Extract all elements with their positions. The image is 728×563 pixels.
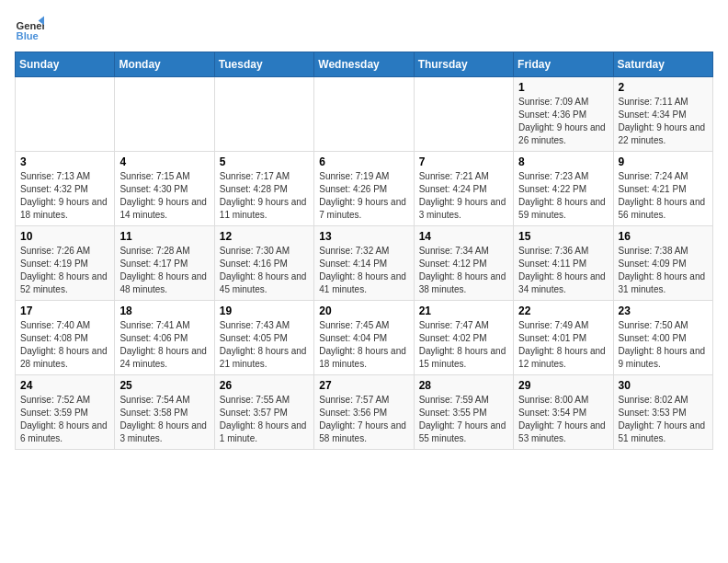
day-number: 11 <box>119 230 209 243</box>
day-info: Sunrise: 7:13 AM Sunset: 4:32 PM Dayligh… <box>20 170 109 222</box>
day-info: Sunrise: 7:15 AM Sunset: 4:30 PM Dayligh… <box>119 170 209 222</box>
calendar-cell: 1Sunrise: 7:09 AM Sunset: 4:36 PM Daylig… <box>514 77 613 152</box>
calendar-cell: 5Sunrise: 7:17 AM Sunset: 4:28 PM Daylig… <box>214 152 313 226</box>
header-friday: Friday <box>514 52 613 77</box>
day-info: Sunrise: 7:52 AM Sunset: 3:59 PM Dayligh… <box>20 394 109 445</box>
calendar-cell: 2Sunrise: 7:11 AM Sunset: 4:34 PM Daylig… <box>613 77 712 152</box>
day-number: 7 <box>419 155 508 168</box>
day-number: 14 <box>419 230 508 243</box>
day-number: 1 <box>518 81 608 94</box>
calendar-cell: 13Sunrise: 7:32 AM Sunset: 4:14 PM Dayli… <box>314 226 414 301</box>
day-info: Sunrise: 7:47 AM Sunset: 4:02 PM Dayligh… <box>419 319 508 371</box>
day-number: 18 <box>119 304 209 317</box>
day-number: 17 <box>20 304 109 317</box>
calendar-cell: 12Sunrise: 7:30 AM Sunset: 4:16 PM Dayli… <box>214 226 313 301</box>
calendar-cell: 15Sunrise: 7:36 AM Sunset: 4:11 PM Dayli… <box>514 226 613 301</box>
calendar-cell: 22Sunrise: 7:49 AM Sunset: 4:01 PM Dayli… <box>514 301 613 375</box>
day-number: 16 <box>619 230 708 243</box>
calendar-cell: 24Sunrise: 7:52 AM Sunset: 3:59 PM Dayli… <box>16 375 115 450</box>
day-info: Sunrise: 7:34 AM Sunset: 4:12 PM Dayligh… <box>419 245 508 296</box>
calendar-cell: 7Sunrise: 7:21 AM Sunset: 4:24 PM Daylig… <box>414 152 513 226</box>
calendar-cell: 10Sunrise: 7:26 AM Sunset: 4:19 PM Dayli… <box>16 226 115 301</box>
calendar-cell: 9Sunrise: 7:24 AM Sunset: 4:21 PM Daylig… <box>613 152 712 226</box>
calendar-cell: 6Sunrise: 7:19 AM Sunset: 4:26 PM Daylig… <box>314 152 414 226</box>
day-number: 25 <box>119 379 209 392</box>
calendar-cell: 19Sunrise: 7:43 AM Sunset: 4:05 PM Dayli… <box>214 301 313 375</box>
day-info: Sunrise: 7:36 AM Sunset: 4:11 PM Dayligh… <box>518 245 608 296</box>
day-number: 24 <box>20 379 109 392</box>
day-number: 29 <box>518 379 608 392</box>
day-number: 21 <box>419 304 508 317</box>
day-number: 13 <box>319 230 408 243</box>
calendar-cell: 23Sunrise: 7:50 AM Sunset: 4:00 PM Dayli… <box>613 301 712 375</box>
day-info: Sunrise: 7:24 AM Sunset: 4:21 PM Dayligh… <box>619 170 708 222</box>
day-info: Sunrise: 7:41 AM Sunset: 4:06 PM Dayligh… <box>119 319 209 371</box>
day-number: 2 <box>619 81 708 94</box>
calendar-cell: 29Sunrise: 8:00 AM Sunset: 3:54 PM Dayli… <box>514 375 613 450</box>
day-number: 28 <box>419 379 508 392</box>
week-row-3: 10Sunrise: 7:26 AM Sunset: 4:19 PM Dayli… <box>16 226 713 301</box>
calendar-cell: 17Sunrise: 7:40 AM Sunset: 4:08 PM Dayli… <box>16 301 115 375</box>
day-number: 9 <box>619 155 708 168</box>
day-info: Sunrise: 7:17 AM Sunset: 4:28 PM Dayligh… <box>220 170 309 222</box>
logo: General Blue <box>15 15 50 44</box>
day-info: Sunrise: 7:55 AM Sunset: 3:57 PM Dayligh… <box>220 394 309 445</box>
svg-text:Blue: Blue <box>17 30 39 41</box>
svg-text:General: General <box>17 20 44 31</box>
day-info: Sunrise: 7:43 AM Sunset: 4:05 PM Dayligh… <box>220 319 309 371</box>
calendar-cell: 21Sunrise: 7:47 AM Sunset: 4:02 PM Dayli… <box>414 301 513 375</box>
day-number: 27 <box>319 379 408 392</box>
calendar-cell: 26Sunrise: 7:55 AM Sunset: 3:57 PM Dayli… <box>214 375 313 450</box>
day-info: Sunrise: 8:02 AM Sunset: 3:53 PM Dayligh… <box>619 394 708 445</box>
week-row-4: 17Sunrise: 7:40 AM Sunset: 4:08 PM Dayli… <box>16 301 713 375</box>
header-sunday: Sunday <box>16 52 115 77</box>
calendar-cell: 8Sunrise: 7:23 AM Sunset: 4:22 PM Daylig… <box>514 152 613 226</box>
day-number: 26 <box>220 379 309 392</box>
header-wednesday: Wednesday <box>314 52 414 77</box>
calendar-cell: 11Sunrise: 7:28 AM Sunset: 4:17 PM Dayli… <box>115 226 214 301</box>
day-info: Sunrise: 7:49 AM Sunset: 4:01 PM Dayligh… <box>518 319 608 371</box>
day-info: Sunrise: 7:57 AM Sunset: 3:56 PM Dayligh… <box>319 394 408 445</box>
day-info: Sunrise: 7:38 AM Sunset: 4:09 PM Dayligh… <box>619 245 708 296</box>
day-info: Sunrise: 7:45 AM Sunset: 4:04 PM Dayligh… <box>319 319 408 371</box>
day-info: Sunrise: 7:23 AM Sunset: 4:22 PM Dayligh… <box>518 170 608 222</box>
day-number: 23 <box>619 304 708 317</box>
day-number: 5 <box>220 155 309 168</box>
day-info: Sunrise: 7:11 AM Sunset: 4:34 PM Dayligh… <box>619 96 708 147</box>
day-number: 30 <box>619 379 708 392</box>
calendar-cell <box>414 77 513 152</box>
week-row-2: 3Sunrise: 7:13 AM Sunset: 4:32 PM Daylig… <box>16 152 713 226</box>
day-number: 4 <box>119 155 209 168</box>
calendar-cell <box>314 77 414 152</box>
header-saturday: Saturday <box>613 52 712 77</box>
day-info: Sunrise: 7:19 AM Sunset: 4:26 PM Dayligh… <box>319 170 408 222</box>
day-number: 20 <box>319 304 408 317</box>
calendar-cell: 20Sunrise: 7:45 AM Sunset: 4:04 PM Dayli… <box>314 301 414 375</box>
day-number: 10 <box>20 230 109 243</box>
calendar-table: SundayMondayTuesdayWednesdayThursdayFrid… <box>15 52 713 450</box>
day-info: Sunrise: 7:26 AM Sunset: 4:19 PM Dayligh… <box>20 245 109 296</box>
calendar-cell <box>214 77 313 152</box>
calendar-cell: 30Sunrise: 8:02 AM Sunset: 3:53 PM Dayli… <box>613 375 712 450</box>
day-number: 3 <box>20 155 109 168</box>
calendar-cell: 16Sunrise: 7:38 AM Sunset: 4:09 PM Dayli… <box>613 226 712 301</box>
header-monday: Monday <box>115 52 214 77</box>
week-row-1: 1Sunrise: 7:09 AM Sunset: 4:36 PM Daylig… <box>16 77 713 152</box>
day-info: Sunrise: 7:32 AM Sunset: 4:14 PM Dayligh… <box>319 245 408 296</box>
calendar-cell: 4Sunrise: 7:15 AM Sunset: 4:30 PM Daylig… <box>115 152 214 226</box>
calendar-header-row: SundayMondayTuesdayWednesdayThursdayFrid… <box>16 52 713 77</box>
day-number: 19 <box>220 304 309 317</box>
day-info: Sunrise: 7:59 AM Sunset: 3:55 PM Dayligh… <box>419 394 508 445</box>
day-info: Sunrise: 7:50 AM Sunset: 4:00 PM Dayligh… <box>619 319 708 371</box>
calendar-cell <box>16 77 115 152</box>
calendar-cell: 25Sunrise: 7:54 AM Sunset: 3:58 PM Dayli… <box>115 375 214 450</box>
calendar-cell: 18Sunrise: 7:41 AM Sunset: 4:06 PM Dayli… <box>115 301 214 375</box>
day-number: 15 <box>518 230 608 243</box>
day-number: 6 <box>319 155 408 168</box>
day-info: Sunrise: 7:09 AM Sunset: 4:36 PM Dayligh… <box>518 96 608 147</box>
day-info: Sunrise: 7:28 AM Sunset: 4:17 PM Dayligh… <box>119 245 209 296</box>
calendar-cell <box>115 77 214 152</box>
day-number: 8 <box>518 155 608 168</box>
calendar-cell: 14Sunrise: 7:34 AM Sunset: 4:12 PM Dayli… <box>414 226 513 301</box>
day-info: Sunrise: 7:21 AM Sunset: 4:24 PM Dayligh… <box>419 170 508 222</box>
